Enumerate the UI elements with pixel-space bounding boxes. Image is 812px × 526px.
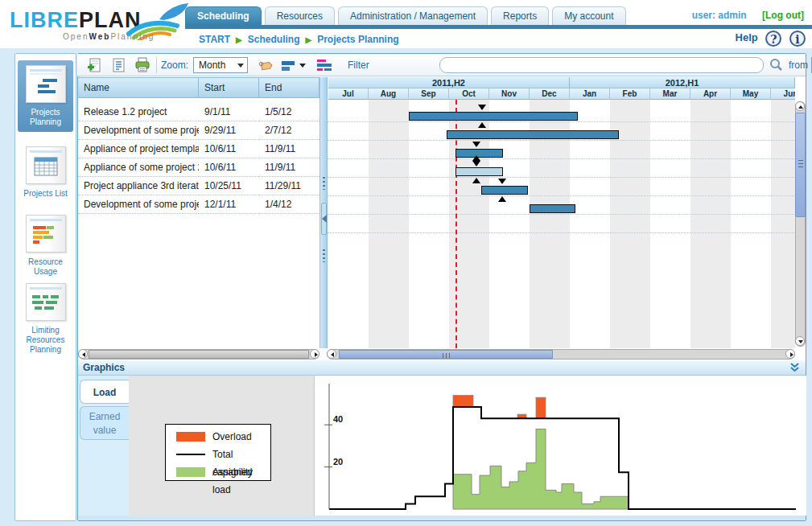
gantt-task-bar[interactable]	[530, 204, 575, 213]
table-hscroll-track[interactable]	[78, 349, 319, 360]
cell-name[interactable]: Development of some project	[78, 195, 199, 214]
help-icon[interactable]: ?	[765, 31, 781, 47]
cell-end[interactable]: 11/29/11	[259, 177, 319, 195]
gantt-hscroll-right-button[interactable]	[785, 349, 795, 359]
cell-end[interactable]: 11/9/11	[259, 140, 319, 158]
gantt-month-cell[interactable]: Jul	[328, 88, 369, 100]
critical-path-icon[interactable]	[315, 56, 333, 74]
breadcrumb-start[interactable]: START	[199, 34, 230, 45]
month-stripe	[771, 100, 795, 348]
gantt-hscroll-track[interactable]	[327, 349, 795, 360]
breadcrumb-projects-planning[interactable]: Projects Planning	[317, 34, 398, 45]
info-icon[interactable]: i	[789, 31, 806, 47]
load-chart: 4020	[315, 376, 807, 516]
gantt-month-cell[interactable]: Nov	[489, 88, 530, 100]
zoom-level-select[interactable]: Month	[193, 57, 248, 73]
gantt-vscroll-up-button[interactable]	[795, 101, 805, 111]
select-caret-icon	[237, 64, 244, 68]
cell-start[interactable]: 9/1/11	[199, 103, 259, 121]
gantt-month-cell[interactable]: Apr	[690, 88, 731, 100]
gantt-hscroll-left-button[interactable]	[327, 349, 336, 359]
collapse-left-panel-button[interactable]	[321, 203, 327, 235]
gantt-month-cell[interactable]: Sep	[409, 88, 449, 100]
cell-name[interactable]: Release 1.2 project	[78, 103, 199, 121]
gantt-canvas[interactable]	[328, 100, 795, 348]
cell-start[interactable]: 10/6/11	[199, 140, 259, 158]
overload-swatch	[176, 432, 205, 442]
gantt-month-cell[interactable]: Jan	[570, 88, 610, 100]
gantt-month-cell[interactable]: Oct	[449, 88, 489, 100]
table-hscroll-thumb[interactable]	[89, 350, 309, 359]
tab-scheduling[interactable]: Scheduling	[185, 6, 262, 25]
cell-end[interactable]: 11/9/11	[259, 158, 319, 177]
thumb-grip	[798, 160, 803, 167]
splitter-grip[interactable]	[323, 249, 325, 262]
tab-earned-value[interactable]: Earned value	[80, 406, 129, 440]
panel-splitter[interactable]	[319, 77, 327, 348]
sidebar-item-projects-list[interactable]: Projects List	[18, 146, 73, 199]
milestone-down-icon	[472, 142, 480, 147]
gantt-task-bar[interactable]	[455, 167, 503, 176]
tab-load[interactable]: Load	[80, 380, 129, 404]
help-area: Help ? i	[736, 31, 806, 47]
column-header-start[interactable]: Start	[199, 77, 259, 98]
gantt-month-cell[interactable]: Jun	[771, 88, 795, 100]
gantt-month-cell[interactable]: Mar	[650, 88, 690, 100]
thumb-grip	[443, 353, 450, 358]
collapse-chevron-icon[interactable]	[789, 362, 801, 374]
tab-reports[interactable]: Reports	[491, 6, 549, 25]
graphics-panel-header[interactable]: Graphics	[78, 360, 806, 376]
project-templates-icon[interactable]	[109, 56, 127, 74]
gantt-task-bar[interactable]	[447, 130, 619, 139]
cell-start[interactable]: 10/25/11	[199, 177, 259, 195]
cell-start[interactable]: 12/1/11	[199, 195, 259, 214]
cell-name[interactable]: Appliance of project template	[78, 140, 199, 158]
nav-underline	[185, 25, 812, 29]
filter-input[interactable]	[439, 57, 764, 73]
tab-administration[interactable]: Administration / Management	[338, 6, 488, 25]
cell-start[interactable]: 9/29/11	[199, 121, 259, 140]
tab-resources[interactable]: Resources	[265, 6, 335, 25]
gantt-month-cell[interactable]: Aug	[369, 88, 409, 100]
cell-end[interactable]: 1/5/12	[259, 103, 319, 121]
cell-name[interactable]: Development of some project	[78, 121, 199, 140]
sidebar-item-resource-usage[interactable]: Resource Usage	[18, 215, 73, 277]
tab-my-account[interactable]: My account	[552, 6, 625, 25]
add-project-icon[interactable]	[85, 56, 103, 74]
gantt-month-cell[interactable]: Feb	[610, 88, 650, 100]
sidebar-item-limiting-resources[interactable]: Limiting Resources Planning	[18, 283, 73, 355]
column-header-end[interactable]: End	[259, 77, 319, 98]
breadcrumb-scheduling[interactable]: Scheduling	[248, 34, 300, 45]
table-hscroll-right-button[interactable]	[310, 349, 319, 359]
milestone-up-icon	[498, 196, 506, 202]
milestone-up-icon	[472, 178, 480, 183]
gantt-month-cell[interactable]: Dec	[530, 88, 570, 100]
table-hscroll-left-button[interactable]	[78, 349, 88, 359]
breadcrumb: START▶Scheduling▶Projects Planning	[199, 34, 399, 45]
gantt-month-cell[interactable]: May	[731, 88, 771, 100]
cell-start[interactable]: 10/6/11	[199, 158, 259, 177]
column-header-name[interactable]: Name	[78, 77, 199, 98]
limiting-resources-icon	[26, 283, 66, 321]
show-labels-tag-icon[interactable]	[256, 56, 274, 74]
cell-name[interactable]: Appliance of some project 2nd	[78, 158, 199, 177]
legend-pane: Overload Total capability Assigned load	[129, 376, 314, 516]
gantt-task-bar[interactable]	[481, 186, 528, 195]
logout-link[interactable]: [Log out]	[762, 10, 804, 21]
sidebar-item-projects-planning[interactable]: Projects Planning	[18, 60, 73, 132]
search-icon[interactable]	[768, 57, 785, 75]
gantt-task-bar[interactable]	[409, 112, 578, 121]
cell-name[interactable]: Project appliance 3rd iteration	[78, 177, 199, 195]
up-arrow-icon	[798, 105, 803, 109]
gantt-vscroll-thumb[interactable]	[795, 113, 806, 217]
month-stripe	[690, 100, 731, 348]
splitter-grip[interactable]	[323, 177, 325, 190]
show-resources-icon[interactable]	[280, 56, 306, 74]
row-separator	[328, 177, 795, 178]
cell-end[interactable]: 2/7/12	[259, 121, 319, 140]
help-label[interactable]: Help	[736, 31, 758, 43]
print-icon[interactable]	[134, 56, 151, 74]
cell-end[interactable]: 1/4/12	[259, 195, 319, 214]
gantt-hscroll-thumb[interactable]	[339, 350, 553, 359]
gantt-vscroll-down-button[interactable]	[795, 336, 805, 346]
